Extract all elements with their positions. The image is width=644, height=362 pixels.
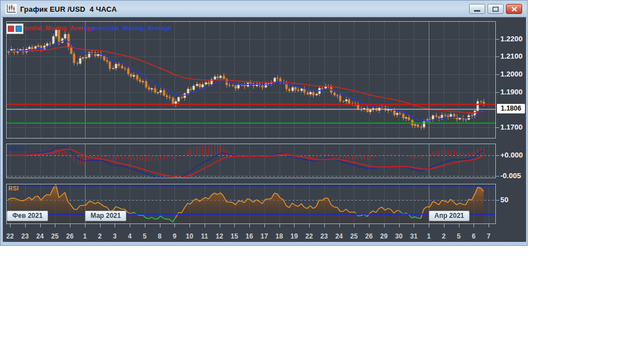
candlestick-chart-icon: [6, 4, 17, 14]
time-axis[interactable]: 2223242526123458910111215161718192223242…: [3, 232, 526, 241]
window-title: График EUR /USD 4 ЧАСА: [20, 5, 117, 13]
date-axis-label: 15: [231, 232, 238, 240]
date-axis-label: 6: [472, 232, 476, 240]
date-axis-label: 29: [380, 232, 387, 240]
macd-panel: [6, 144, 496, 178]
date-axis-label: 19: [291, 232, 298, 240]
date-axis-label: 16: [245, 232, 253, 240]
axis-tick: [496, 74, 499, 75]
date-axis-tick: [429, 224, 429, 227]
date-axis-label: 9: [173, 232, 177, 240]
axis-tick: [496, 176, 499, 177]
desktop: График EUR /USD 4 ЧАСА Exponential_Movin…: [0, 0, 644, 362]
blue-indicator-swatch[interactable]: [16, 26, 22, 32]
date-axis-label: 23: [21, 232, 29, 240]
date-axis-tick: [280, 224, 280, 227]
window-titlebar[interactable]: График EUR /USD 4 ЧАСА: [1, 1, 527, 17]
date-axis-tick: [130, 224, 130, 227]
price-axis-label: 1.1900: [500, 88, 523, 97]
macd-caption: MACD:: [8, 145, 29, 152]
date-axis-label: 10: [186, 232, 193, 240]
month-label-apr: Апр 2021: [429, 211, 470, 221]
date-axis-label: 30: [395, 232, 402, 240]
date-axis-tick: [309, 224, 310, 227]
date-axis-label: 26: [66, 232, 73, 240]
price-axis-label: 1.2000: [500, 70, 523, 79]
date-axis-tick: [145, 224, 145, 227]
price-axis-label: 1.2100: [500, 52, 523, 61]
date-axis-tick: [369, 224, 370, 227]
date-axis-tick: [489, 224, 489, 227]
ema-blue-legend-label: Exponential_Moving_Average: [84, 25, 171, 31]
date-axis-label: 1: [83, 232, 87, 240]
date-axis-label: 22: [6, 232, 13, 240]
date-axis-tick: [190, 224, 190, 227]
date-axis-tick: [55, 224, 55, 227]
date-axis-tick: [85, 224, 86, 227]
minimize-button[interactable]: [469, 4, 485, 14]
date-axis-tick: [354, 224, 354, 227]
date-axis-label: 26: [365, 232, 372, 240]
axis-tick: [496, 200, 499, 201]
date-axis-label: 2: [98, 232, 102, 240]
date-axis-tick: [414, 224, 414, 227]
date-axis-label: 31: [410, 232, 418, 240]
date-axis-label: 8: [158, 232, 162, 240]
date-axis-tick: [234, 224, 235, 227]
axis-tick: [496, 56, 499, 57]
price-axis-label: 1.1700: [500, 123, 523, 132]
axis-tick: [496, 127, 499, 128]
date-axis-tick: [384, 224, 385, 227]
axis-tick: [496, 155, 499, 156]
chart-client-area: Exponential_Moving_Average Exponential_M…: [3, 17, 526, 242]
rsi-panel: [6, 184, 496, 224]
date-axis-tick: [174, 224, 175, 227]
date-axis-label: 24: [335, 232, 343, 240]
date-axis-tick: [473, 224, 474, 227]
maximize-icon: [493, 7, 499, 12]
close-button[interactable]: [506, 4, 522, 14]
date-axis-tick: [100, 224, 101, 227]
date-axis-tick: [205, 224, 205, 227]
price-chart-canvas[interactable]: [7, 22, 495, 138]
date-axis-tick: [115, 224, 115, 227]
macd-canvas[interactable]: [7, 144, 495, 178]
date-axis-tick: [220, 224, 220, 227]
month-label-feb: Фев 2021: [7, 211, 48, 221]
date-axis-tick: [294, 224, 295, 227]
current-price-badge: 1.1806: [497, 104, 525, 113]
minimize-icon: [474, 7, 480, 12]
indicator-legend-box: [6, 23, 23, 34]
date-axis-tick: [160, 224, 160, 227]
date-axis-label: 5: [457, 232, 461, 240]
date-axis-label: 17: [261, 232, 268, 240]
red-indicator-swatch[interactable]: [8, 26, 14, 32]
date-axis-tick: [324, 224, 325, 227]
chart-window: График EUR /USD 4 ЧАСА Exponential_Movin…: [0, 0, 528, 246]
rsi-canvas[interactable]: [7, 184, 495, 223]
price-axis-label: 1.2200: [500, 35, 523, 44]
date-axis-tick: [339, 224, 340, 227]
month-label-mar: Мар 2021: [85, 211, 126, 221]
date-axis-label: 12: [216, 232, 223, 240]
date-axis-tick: [399, 224, 400, 227]
date-axis-tick: [459, 224, 460, 227]
window-controls: [469, 4, 522, 14]
axis-tick: [496, 39, 499, 40]
date-axis-tick: [10, 224, 11, 227]
date-axis-tick: [249, 224, 250, 227]
date-axis-label: 5: [143, 232, 146, 240]
date-axis-tick: [25, 224, 26, 227]
date-axis-label: 25: [51, 232, 59, 240]
maximize-button[interactable]: [487, 4, 504, 14]
price-chart-panel: [6, 21, 496, 139]
close-icon: [512, 7, 517, 12]
macd-axis-label: -0.005: [500, 172, 521, 180]
date-axis-label: 11: [201, 232, 208, 240]
date-axis-label: 22: [305, 232, 312, 240]
rsi-axis-label: 50: [500, 196, 508, 204]
date-axis-tick: [444, 224, 444, 227]
date-axis-label: 24: [36, 232, 44, 240]
macd-axis-label: +0.000: [500, 151, 523, 160]
date-axis-label: 18: [276, 232, 283, 240]
